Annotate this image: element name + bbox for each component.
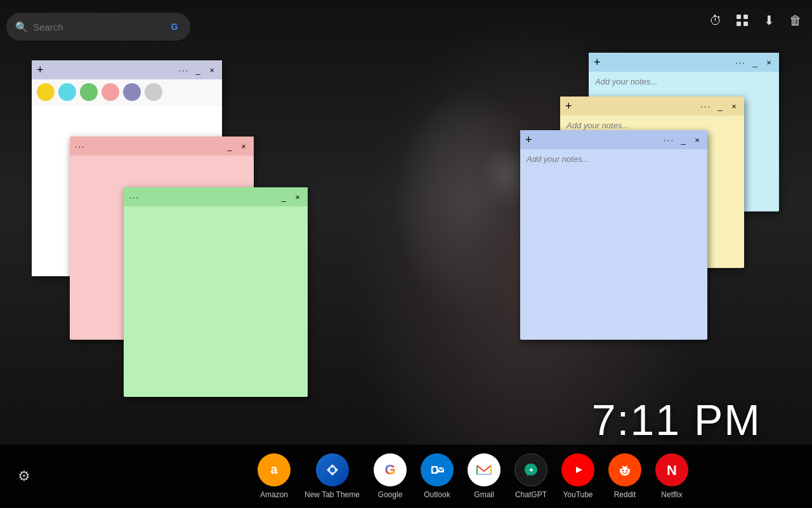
- note-header-green: ··· _ ×: [124, 187, 308, 206]
- amazon-label: Amazon: [260, 490, 288, 499]
- note-header-pink: ··· _ ×: [70, 137, 254, 156]
- google-label: Google: [378, 490, 403, 499]
- reddit-icon: [608, 453, 641, 486]
- outlook-icon: [421, 453, 454, 486]
- color-purple-dot[interactable]: [123, 83, 141, 101]
- dock-app-netflix[interactable]: N Netflix: [655, 453, 688, 499]
- svg-point-8: [433, 467, 436, 472]
- dock-app-amazon[interactable]: a Amazon: [258, 453, 291, 499]
- sticky-note-blue: + ··· _ × Add your notes...: [520, 130, 707, 340]
- dock-app-newtab[interactable]: New Tab Theme: [304, 453, 360, 499]
- netflix-label: Netflix: [661, 490, 682, 499]
- note-body-blue[interactable]: Add your notes...: [520, 149, 707, 340]
- note-add-button[interactable]: +: [37, 64, 44, 76]
- color-yellow-dot[interactable]: [37, 83, 55, 101]
- dock: ⚙ a Amazon New Tab Theme G Google: [0, 444, 812, 508]
- note-close-pink[interactable]: ×: [239, 142, 249, 151]
- note-minimize-cyan[interactable]: _: [750, 58, 760, 67]
- netflix-icon: N: [655, 453, 688, 486]
- dock-apps: a Amazon New Tab Theme G Google: [258, 453, 688, 499]
- svg-point-17: [627, 466, 630, 469]
- note-menu-yellow[interactable]: ···: [700, 102, 711, 111]
- trash-icon[interactable]: 🗑: [787, 11, 804, 29]
- search-icon: 🔍: [15, 21, 28, 33]
- search-bar[interactable]: 🔍 G: [6, 13, 190, 41]
- note-add-yellow[interactable]: +: [565, 100, 572, 112]
- note-header-yellow: + ··· _ ×: [560, 97, 744, 116]
- note-header-main: + ··· _ ×: [32, 60, 222, 79]
- note-menu-button[interactable]: ···: [178, 65, 189, 75]
- chatgpt-label: ChatGPT: [515, 490, 547, 499]
- note-header-blue: + ··· _ ×: [520, 130, 707, 149]
- note-header-cyan: + ··· _ ×: [589, 53, 779, 72]
- note-close-cyan[interactable]: ×: [764, 58, 774, 67]
- svg-point-18: [619, 466, 622, 469]
- sticky-note-green: ··· _ ×: [124, 187, 308, 397]
- svg-rect-2: [737, 22, 741, 26]
- color-gray-dot[interactable]: [145, 83, 162, 101]
- youtube-label: YouTube: [563, 490, 593, 499]
- note-color-row: [32, 79, 222, 106]
- note-menu-button-green[interactable]: ···: [129, 192, 140, 202]
- note-minimize-button[interactable]: _: [193, 65, 203, 75]
- svg-marker-11: [576, 467, 582, 473]
- timer-icon[interactable]: ⏱: [707, 11, 724, 29]
- dock-app-google[interactable]: G Google: [374, 453, 407, 499]
- top-right-toolbar: ⏱ ⬇ 🗑: [707, 11, 804, 29]
- gmail-icon: [468, 453, 501, 486]
- reddit-label: Reddit: [614, 490, 636, 499]
- note-minimize-green[interactable]: _: [278, 192, 289, 202]
- clock: 7:11 PM: [592, 395, 761, 444]
- svg-point-5: [330, 467, 335, 472]
- dock-app-gmail[interactable]: Gmail: [468, 453, 501, 499]
- note-menu-cyan[interactable]: ···: [735, 58, 746, 67]
- note-add-blue[interactable]: +: [525, 134, 532, 145]
- svg-rect-0: [737, 15, 741, 19]
- note-minimize-yellow[interactable]: _: [715, 102, 725, 111]
- google-logo: G: [167, 20, 181, 34]
- note-close-yellow[interactable]: ×: [729, 102, 739, 111]
- note-menu-blue[interactable]: ···: [664, 135, 674, 145]
- dock-app-chatgpt[interactable]: ✦ ChatGPT: [514, 453, 547, 499]
- dock-app-youtube[interactable]: YouTube: [561, 453, 594, 499]
- gmail-label: Gmail: [474, 490, 494, 499]
- dock-app-outlook[interactable]: Outlook: [421, 453, 454, 499]
- note-body-green[interactable]: [124, 206, 308, 397]
- newtab-icon: [316, 453, 349, 486]
- note-add-cyan[interactable]: +: [594, 57, 601, 68]
- color-cyan-dot[interactable]: [58, 83, 76, 101]
- svg-text:✦: ✦: [528, 467, 534, 474]
- note-close-green[interactable]: ×: [292, 192, 303, 202]
- chatgpt-icon: ✦: [514, 453, 547, 486]
- svg-point-16: [623, 463, 627, 467]
- note-close-button[interactable]: ×: [207, 65, 217, 75]
- settings-button[interactable]: ⚙: [13, 463, 36, 490]
- outlook-label: Outlook: [424, 490, 450, 499]
- grid-icon[interactable]: [733, 11, 751, 29]
- search-input[interactable]: [33, 22, 162, 32]
- newtab-label: New Tab Theme: [304, 490, 360, 499]
- note-menu-button-pink[interactable]: ···: [75, 142, 86, 151]
- note-close-blue[interactable]: ×: [692, 135, 702, 145]
- svg-point-13: [622, 470, 624, 472]
- color-pink-dot[interactable]: [102, 83, 119, 101]
- google-icon: G: [374, 453, 407, 486]
- color-green-dot[interactable]: [80, 83, 98, 101]
- svg-text:a: a: [270, 462, 278, 476]
- download-icon[interactable]: ⬇: [760, 11, 778, 29]
- svg-rect-1: [743, 15, 748, 19]
- svg-rect-3: [743, 22, 748, 26]
- dock-app-reddit[interactable]: Reddit: [608, 453, 641, 499]
- note-minimize-blue[interactable]: _: [678, 135, 688, 145]
- amazon-icon: a: [258, 453, 291, 486]
- svg-text:N: N: [667, 462, 677, 478]
- youtube-icon: [561, 453, 594, 486]
- note-minimize-pink[interactable]: _: [225, 142, 235, 151]
